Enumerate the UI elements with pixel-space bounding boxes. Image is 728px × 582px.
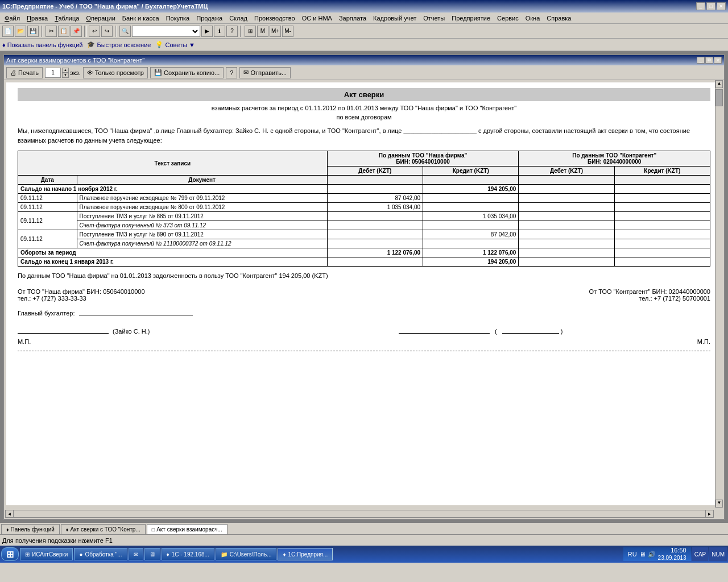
app-title: 1С:Предприятие - Учеб / ТОО "Наша фирма"…	[2, 3, 208, 10]
tab-act-sverki2[interactable]: □ Акт сверки взаиморасч...	[147, 524, 228, 534]
info-btn[interactable]: ℹ	[214, 26, 225, 37]
help-btn[interactable]: ?	[226, 26, 238, 37]
menu-service[interactable]: Сервис	[494, 14, 522, 23]
right-company-info: От ТОО "Контрагент" БИН: 020440000000 те…	[589, 288, 710, 302]
app5-icon: ♦	[167, 551, 169, 558]
tab-act2-icon: □	[152, 527, 155, 533]
menu-buy[interactable]: Покупка	[163, 14, 193, 23]
copy-btn[interactable]: 📋	[58, 26, 69, 37]
taskbar-app-2[interactable]: ● Обработка "...	[74, 548, 127, 560]
menu-warehouse[interactable]: Склад	[226, 14, 251, 23]
m-btn[interactable]: M	[257, 26, 268, 37]
paste-btn[interactable]: 📌	[71, 26, 82, 37]
taskbar-app-6[interactable]: 📁 C:\Users\Поль...	[216, 548, 277, 560]
copies-up-btn[interactable]: ▲	[62, 68, 69, 73]
menu-bank[interactable]: Банк и касса	[119, 14, 163, 23]
menu-help[interactable]: Справка	[543, 14, 574, 23]
caps-indicator: CAP	[692, 547, 709, 561]
h-scroll-right-btn[interactable]: ►	[705, 510, 713, 517]
doc-minimize-btn[interactable]: _	[697, 57, 705, 64]
mdi-tabs: ♦ Панель функций ♦ Акт сверки с ТОО "Кон…	[0, 523, 728, 534]
menu-production[interactable]: Производство	[251, 14, 299, 23]
taskbar-app-7[interactable]: ♦ 1С:Предприя...	[278, 548, 333, 560]
scroll-down-btn[interactable]: ▼	[715, 500, 723, 508]
taskbar-app-4[interactable]: 🖥	[144, 548, 160, 560]
doc-restore-btn[interactable]: ⧉	[705, 57, 713, 64]
h-scroll-left-btn[interactable]: ◄	[6, 510, 14, 517]
act-subtitle1: взаимных расчетов за период с 01.11.2012…	[18, 105, 710, 111]
learn-icon: 🎓	[87, 41, 95, 48]
view-only-button[interactable]: 👁 Только просмотр	[83, 67, 148, 78]
send-icon: ✉	[243, 69, 249, 76]
turnover-label: Обороты за период	[18, 248, 328, 257]
mp-row: М.П. М.П.	[18, 338, 710, 345]
mp-btn[interactable]: M+	[270, 26, 281, 37]
menu-os[interactable]: ОС и НМА	[299, 14, 336, 23]
menu-enterprise[interactable]: Предприятие	[448, 14, 494, 23]
row1-date: 09.11.12	[18, 194, 77, 203]
systray: RU 🖥 🔊 16:50 23.09.2013	[623, 547, 691, 561]
menu-windows[interactable]: Окна	[522, 14, 544, 23]
save-copy-button[interactable]: 💾 Сохранить копию...	[150, 67, 224, 78]
maximize-button[interactable]: □	[706, 2, 715, 10]
send-button[interactable]: ✉ Отправить...	[239, 67, 291, 78]
menu-table[interactable]: Таблица	[51, 14, 82, 23]
start-button[interactable]: ⊞	[1, 547, 19, 561]
help-doc-btn[interactable]: ?	[226, 67, 237, 78]
app5-label: 1С - 192.168...	[172, 551, 209, 558]
scroll-up-btn[interactable]: ▲	[715, 80, 723, 88]
quick-learn-btn[interactable]: 🎓 Быстрое освоение	[87, 41, 151, 48]
taskbar-app-5[interactable]: ♦ 1С - 192.168...	[162, 548, 214, 560]
go-btn[interactable]: ▶	[201, 26, 213, 37]
tab-act-sverki1[interactable]: ♦ Акт сверки с ТОО "Контр...	[61, 524, 146, 534]
printer-icon: 🖨	[10, 69, 16, 76]
tab-panel-functions[interactable]: ♦ Панель функций	[1, 524, 60, 534]
minimize-button[interactable]: _	[696, 2, 705, 10]
h-scrollbar[interactable]: ◄ ►	[5, 510, 714, 518]
turnover-debit: 1 122 076,00	[327, 248, 423, 257]
menu-edit[interactable]: Правка	[23, 14, 51, 23]
row4-invoice: Счет-фактура полученный № 11100000372 от…	[77, 239, 327, 248]
toolbar-combo[interactable]	[132, 26, 200, 37]
doc-content: Акт сверки взаимных расчетов за период с…	[6, 82, 722, 505]
close-button[interactable]: ✕	[717, 2, 726, 10]
scroll-thumb[interactable]	[715, 89, 723, 106]
grid-btn[interactable]: ⊞	[245, 26, 256, 37]
undo-btn[interactable]: ↩	[89, 26, 100, 37]
menu-reports[interactable]: Отчеты	[420, 14, 448, 23]
row3-invoice: Счет-фактура полученный № 373 от 09.11.1…	[77, 221, 327, 230]
row2-debit: 1 035 034,00	[327, 203, 423, 212]
new-btn[interactable]: 📄	[2, 26, 14, 37]
menu-file[interactable]: Файл	[1, 14, 23, 23]
our-company-header: По данным ТОО "Наша фирма" БИН: 05064001…	[327, 151, 519, 167]
menu-sell[interactable]: Продажа	[193, 14, 226, 23]
copies-input[interactable]: 1	[45, 68, 61, 78]
taskbar: ⊞ ⊞ ИСАктСверки ● Обработка "... ✉ 🖥 ♦ 1…	[0, 546, 728, 563]
menu-hr[interactable]: Кадровый учет	[370, 14, 420, 23]
show-panel-btn[interactable]: ♦ Показать панель функций	[2, 41, 82, 48]
doc-scrollbar[interactable]: ▲ ▼	[715, 80, 723, 508]
cut-btn[interactable]: ✂	[46, 26, 57, 37]
doc-close-btn[interactable]: ✕	[714, 57, 722, 64]
mm-btn[interactable]: M-	[282, 26, 293, 37]
save-icon: 💾	[154, 69, 162, 76]
menu-operations[interactable]: Операции	[82, 14, 118, 23]
save-btn[interactable]: 💾	[27, 26, 39, 37]
search-btn[interactable]: 🔍	[119, 26, 131, 37]
taskbar-app-1[interactable]: ⊞ ИСАктСверки	[20, 548, 73, 560]
open-btn[interactable]: 📂	[15, 26, 26, 37]
doc-toolbar: 🖨 Печать 1 ▲ ▼ экз. 👁 Только просмотр 💾 …	[4, 65, 724, 80]
row3-credit: 1 035 034,00	[423, 212, 519, 221]
tips-btn[interactable]: 💡 Советы ▼	[155, 41, 195, 48]
act-title: Акт сверки	[18, 88, 710, 101]
print-button[interactable]: 🖨 Печать	[6, 67, 43, 78]
copies-down-btn[interactable]: ▼	[62, 73, 69, 78]
redo-btn[interactable]: ↪	[101, 26, 113, 37]
tab-act2-label: Акт сверки взаиморасч...	[156, 526, 222, 533]
menu-salary[interactable]: Зарплата	[336, 14, 370, 23]
taskbar-app-3[interactable]: ✉	[129, 548, 143, 560]
date-subheader: Дата	[18, 176, 77, 185]
balance-start-label: Сальдо на начало 1 ноября 2012 г.	[18, 185, 328, 194]
row2-doc: Платежное поручение исходящее № 800 от 0…	[77, 203, 327, 212]
balance-end-credit: 194 205,00	[423, 257, 519, 267]
